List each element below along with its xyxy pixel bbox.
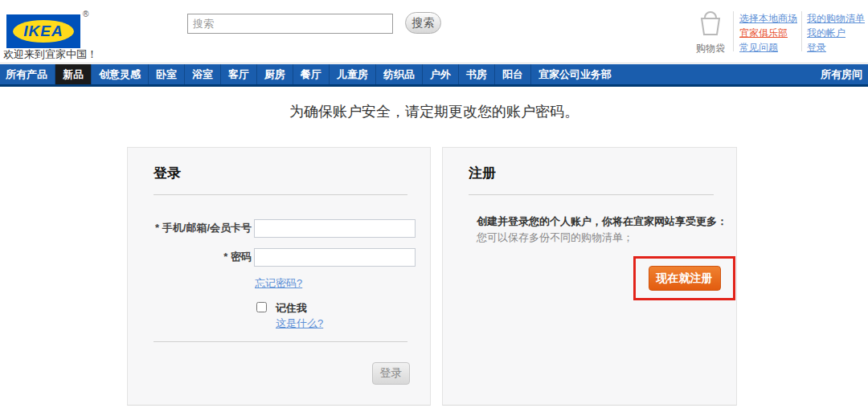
logo-blue-box: IKEA — [6, 14, 80, 48]
nav-item-bedroom[interactable]: 卧室 — [148, 64, 184, 84]
nav-item-inspiration[interactable]: 创意灵感 — [91, 64, 148, 84]
remember-me-checkbox[interactable] — [256, 302, 267, 312]
login-card-title: 登录 — [154, 164, 181, 182]
ikea-logo[interactable]: IKEA ® — [6, 13, 90, 48]
what-is-this-link[interactable]: 这是什么? — [276, 316, 323, 331]
shopping-bag-icon — [697, 10, 724, 39]
link-choose-local-store[interactable]: 选择本地商场 — [739, 11, 797, 26]
account-field-label: * 手机/邮箱/会员卡号 — [137, 221, 252, 235]
register-subtext: 您可以保存多份不同的购物清单； — [477, 230, 633, 245]
nav-item-new[interactable]: 新品 — [55, 64, 91, 84]
login-card: 登录 * 手机/邮箱/会员卡号 * 密码 忘记密码? 记住我 这是什么? 登录 — [127, 147, 431, 406]
register-card: 注册 创建并登录您的个人账户，你将在宜家网站享受更多： 您可以保存多份不同的购物… — [442, 147, 737, 406]
logo-yellow-oval: IKEA — [13, 20, 74, 43]
header-divider — [733, 11, 734, 51]
login-submit-button[interactable]: 登录 — [372, 362, 410, 385]
nav-item-study[interactable]: 书房 — [458, 64, 494, 84]
nav-item-kitchen[interactable]: 厨房 — [256, 64, 293, 84]
register-now-button[interactable]: 现在就注册 — [649, 266, 721, 291]
divider — [154, 341, 407, 342]
link-my-shopping-list[interactable]: 我的购物清单 — [807, 11, 865, 26]
register-card-title: 注册 — [469, 164, 496, 182]
nav-item-livingroom[interactable]: 客厅 — [220, 64, 256, 84]
nav-item-bathroom[interactable]: 浴室 — [184, 64, 220, 84]
divider — [469, 194, 714, 195]
header-divider — [801, 11, 802, 51]
divider — [154, 194, 407, 195]
nav-item-textiles[interactable]: 纺织品 — [375, 64, 422, 84]
link-faq[interactable]: 常见问题 — [739, 40, 797, 55]
nav-item-business[interactable]: 宜家公司业务部 — [530, 64, 619, 84]
register-headline: 创建并登录您的个人账户，你将在宜家网站享受更多： — [477, 214, 727, 229]
remember-me-label: 记住我 — [276, 301, 307, 316]
account-input[interactable] — [254, 219, 416, 238]
welcome-text: 欢迎来到宜家中国！ — [3, 47, 97, 62]
logo-brand-text: IKEA — [23, 22, 63, 40]
nav-bottom-strip — [0, 84, 868, 87]
registered-trademark: ® — [83, 10, 88, 18]
header: IKEA ® 欢迎来到宜家中国！ 搜索 购物袋 选择本地商场 宜家俱乐部 常见问… — [0, 0, 868, 63]
link-my-account[interactable]: 我的帐户 — [807, 26, 865, 40]
ikea-login-page: IKEA ® 欢迎来到宜家中国！ 搜索 购物袋 选择本地商场 宜家俱乐部 常见问… — [0, 0, 868, 416]
nav-item-outdoor[interactable]: 户外 — [422, 64, 458, 84]
nav-item-children[interactable]: 儿童房 — [329, 64, 375, 84]
security-notice: 为确保账户安全，请定期更改您的账户密码。 — [0, 102, 868, 121]
nav-item-all-products[interactable]: 所有产品 — [0, 64, 55, 84]
search-input[interactable] — [187, 14, 393, 34]
password-input[interactable] — [254, 248, 416, 267]
password-field-label: * 密码 — [137, 250, 252, 263]
link-ikea-family-club[interactable]: 宜家俱乐部 — [739, 26, 797, 40]
nav-item-dining[interactable]: 餐厅 — [293, 64, 329, 84]
nav-item-balcony[interactable]: 阳台 — [494, 64, 530, 84]
header-links-col1: 选择本地商场 宜家俱乐部 常见问题 — [739, 11, 797, 55]
red-annotation-box: 现在就注册 — [633, 256, 735, 300]
shopping-bag-label: 购物袋 — [691, 42, 730, 55]
nav-items: 所有产品 新品 创意灵感 卧室 浴室 客厅 厨房 餐厅 儿童房 纺织品 户外 书… — [0, 64, 868, 84]
nav-item-all-rooms[interactable]: 所有房间 — [821, 64, 862, 84]
main-nav: 所有产品 新品 创意灵感 卧室 浴室 客厅 厨房 餐厅 儿童房 纺织品 户外 书… — [0, 64, 868, 87]
link-login[interactable]: 登录 — [807, 40, 865, 55]
search-button[interactable]: 搜索 — [405, 12, 441, 34]
header-links-col2: 我的购物清单 我的帐户 登录 — [807, 11, 865, 55]
shopping-bag[interactable]: 购物袋 — [691, 10, 730, 55]
forgot-password-link[interactable]: 忘记密码? — [255, 276, 302, 291]
